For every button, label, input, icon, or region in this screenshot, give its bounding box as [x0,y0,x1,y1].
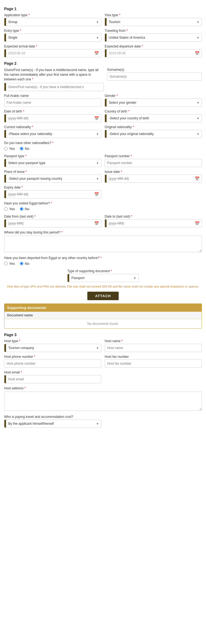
date-from-wrapper[interactable]: 📅 [4,219,101,227]
application-type-select[interactable]: Group [6,18,101,26]
date-from-input[interactable] [6,220,94,227]
departure-date-label: Expected departure date * [105,44,202,48]
arabic-name-label: Full Arabic name [4,94,101,98]
calendar-icon-4: 📅 [195,176,202,181]
host-type-label: Host type * [4,339,101,343]
given-name-input[interactable] [6,83,104,91]
other-nat-no-label[interactable]: No [20,147,29,151]
arrival-date-input[interactable] [6,49,94,57]
date-from-label: Date from (last visit) * [4,215,101,218]
original-nat-select[interactable]: -Select your original nationality [107,130,202,138]
arrival-date-wrapper[interactable]: 📅 [4,49,101,57]
no-docs-row: No documents found. [4,319,202,328]
visited-egypt-no-radio[interactable] [20,207,23,211]
visited-egypt-yes-label[interactable]: Yes [4,207,15,211]
paying-select-wrapper[interactable]: By the applicant himself/herself ▼ [4,420,101,428]
visa-type-select-wrapper[interactable]: Tourism ▼ [105,18,202,26]
passport-number-input[interactable] [105,159,202,167]
visited-egypt-yes-radio[interactable] [4,207,8,211]
doc-type-select-wrapper[interactable]: Passport ▼ [67,274,139,282]
supporting-docs-table: Document name No documents found. [4,312,202,328]
issue-date-wrapper[interactable]: 📅 [105,175,202,183]
deported-yes-radio[interactable] [4,262,8,265]
original-nat-label: Original nationality * [105,125,202,129]
visa-type-select[interactable]: Tourism [107,18,202,26]
current-nat-select[interactable]: -Please select your nationality. [6,130,101,138]
place-of-issue-select[interactable]: -Select your passport issuing country [6,175,101,182]
doc-action-col-header [150,312,176,319]
gender-select[interactable]: Select your gender [107,99,202,106]
host-name-input[interactable] [105,344,202,352]
dob-input[interactable] [6,114,94,122]
given-name-wrapper[interactable] [4,83,104,91]
visited-egypt-no-label[interactable]: No [20,207,29,211]
calendar-icon-5: 📅 [94,192,101,196]
doc-extra-col-header [176,312,202,319]
host-phone-label: Host phone number * [4,355,101,359]
host-email-label: Host email * [4,370,101,374]
calendar-icon-7: 📅 [195,221,202,226]
original-nat-select-wrapper[interactable]: -Select your original nationality ▼ [105,130,202,138]
expiry-date-input[interactable] [6,190,94,198]
host-type-select-wrapper[interactable]: Tourism company ▼ [4,344,101,352]
traveling-from-label: Traveling from * [105,29,202,33]
given-name-label: Given/First name(s) - If you have a midd… [4,68,104,81]
host-type-select[interactable]: Tourism company [6,344,101,352]
expiry-date-label: Expiry date * [4,185,101,189]
doc-type-select[interactable]: Passport [69,274,138,282]
departure-date-input[interactable] [107,49,195,57]
current-nat-label: Current nationality * [4,125,101,129]
issue-date-input[interactable] [107,175,195,182]
doc-type-label: Type of supporting document * [67,269,139,273]
deported-no-label[interactable]: No [20,261,29,266]
host-email-input[interactable] [6,375,101,383]
host-email-wrapper[interactable] [4,375,101,383]
page2-title: Page 2 [4,61,202,66]
expiry-date-wrapper[interactable]: 📅 [4,190,101,198]
other-nat-no-radio[interactable] [20,147,23,150]
host-address-textarea[interactable] [4,392,202,411]
traveling-from-select-wrapper[interactable]: United States of America ▼ [105,33,202,42]
stay-period-textarea[interactable] [4,236,202,252]
warning-text: Only files of type JPG and PNG are allow… [4,284,202,289]
cob-select-wrapper[interactable]: -Select your country of birth ▼ [105,114,202,122]
date-to-input[interactable] [107,220,195,227]
deported-yes-label[interactable]: Yes [4,261,15,266]
arabic-name-input[interactable] [4,99,101,107]
calendar-icon-3: 📅 [94,116,101,120]
surname-input[interactable] [107,72,202,81]
traveling-from-select[interactable]: United States of America [107,34,202,41]
paying-select[interactable]: By the applicant himself/herself [6,420,101,428]
date-to-wrapper[interactable]: 📅 [105,219,202,227]
visited-egypt-radio-group: Yes No [4,207,202,212]
passport-type-select[interactable]: Select your passport type [6,159,101,167]
departure-date-wrapper[interactable]: 📅 [105,49,202,57]
visa-type-label: Visa type * [105,13,202,17]
host-address-label: Host address * [4,386,26,390]
page3-title: Page 3 [4,333,202,337]
other-nat-yes-radio[interactable] [4,147,8,150]
other-nat-yes-label[interactable]: Yes [4,147,15,151]
current-nat-select-wrapper[interactable]: -Please select your nationality. ▼ [4,130,101,138]
entry-type-select[interactable]: Single [6,34,101,41]
deported-label: Have you been deported from Egypt or any… [4,256,102,260]
issue-date-label: Issue date * [105,170,202,174]
attach-button[interactable]: ATTACH [87,292,119,300]
place-of-issue-select-wrapper[interactable]: -Select your passport issuing country ▼ [4,175,101,183]
paying-label: Who is paying travel and accommodation c… [4,415,101,419]
gender-select-wrapper[interactable]: Select your gender ▼ [105,99,202,107]
host-fax-label: Host fax number [105,355,202,359]
visited-egypt-label: Have you visited Egypt before? * [4,201,52,205]
cob-select[interactable]: -Select your country of birth [107,114,202,122]
dob-label: Date of birth * [4,109,101,113]
place-of-issue-label: Place of issue * [4,170,101,174]
application-type-label: Application type * [4,13,101,17]
host-fax-input[interactable] [105,359,202,368]
host-phone-input[interactable] [4,359,101,368]
application-type-select-wrapper[interactable]: Group ▼ [4,18,101,26]
deported-no-radio[interactable] [20,262,23,265]
dob-wrapper[interactable]: 📅 [4,114,101,122]
surname-label: Surname(s) [107,68,202,72]
passport-type-select-wrapper[interactable]: Select your passport type ▼ [4,159,101,167]
entry-type-select-wrapper[interactable]: Single ▼ [4,33,101,42]
